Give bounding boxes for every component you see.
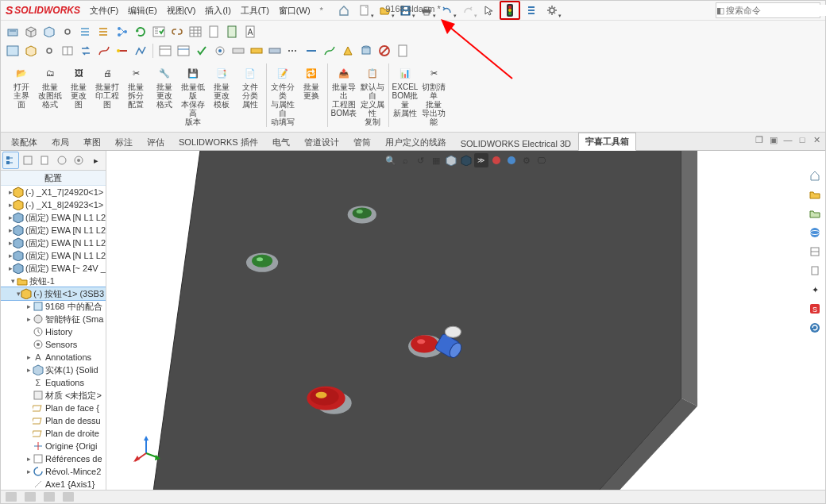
ribbon-btn-12[interactable]: 📋默认与自 定义属性 复制	[358, 62, 387, 129]
tb-stack-icon[interactable]	[95, 23, 113, 40]
ribbon-btn-0[interactable]: 📂打开 主界 面	[7, 62, 36, 111]
tb-asm-icon[interactable]	[4, 23, 21, 40]
ribbon-btn-8[interactable]: 📄文件 分类 属性	[236, 62, 264, 111]
tb-grid-icon[interactable]	[187, 23, 204, 40]
tb2-gear-icon[interactable]	[41, 42, 58, 60]
ribbon-btn-13[interactable]: 📊EXCEL BOM批量 新属性	[391, 62, 419, 120]
qat-home-icon[interactable]	[334, 2, 353, 19]
menu-tools[interactable]: 工具(T)	[236, 1, 274, 20]
search-input[interactable]	[724, 5, 826, 16]
ribbon-btn-9[interactable]: 📝文件分类 与属性自 动填写	[268, 62, 297, 129]
hud-screen-icon[interactable]: 🖵	[535, 153, 549, 167]
tree-node[interactable]: Plan de face {	[1, 402, 106, 414]
tree-node[interactable]: ▸(固定) EWA [N L1 L2 L	[1, 224, 106, 237]
tree-node[interactable]: Origine {Origi	[1, 440, 106, 452]
tree-node[interactable]: ▸智能特征 (Sma	[1, 313, 106, 325]
tree-twisty-icon[interactable]: ▸	[25, 455, 33, 463]
side-tab-more-icon[interactable]: ▸	[88, 152, 105, 169]
hud-expand-icon[interactable]: ≫	[474, 153, 488, 167]
search-box[interactable]: ◧ 🔍 ▾	[716, 2, 820, 18]
hud-prev-icon[interactable]: ↺	[414, 153, 428, 167]
tree-twisty-icon[interactable]: ▸	[25, 366, 33, 374]
tb2-box-icon[interactable]	[22, 42, 40, 60]
ribbon-btn-10[interactable]: 🔁批量 更换	[297, 62, 326, 102]
tb2-list1-icon[interactable]	[156, 42, 174, 60]
tb2-panel-icon[interactable]	[4, 42, 21, 60]
cm-tab-3[interactable]: 标注	[108, 133, 140, 151]
cm-tab-11[interactable]: 宇喜工具箱	[578, 133, 636, 151]
tree-node[interactable]: ▾按钮-1	[1, 275, 106, 287]
tree-node[interactable]: Axe1 {Axis1}	[1, 478, 106, 490]
tree-node[interactable]: ▸(固定) EWA [~ 24V _C	[1, 262, 106, 275]
tree-node[interactable]: ▸9168 中的配合	[1, 300, 106, 313]
tb-text-icon[interactable]: A	[241, 23, 259, 40]
cm-tab-9[interactable]: 用户定义的线路	[378, 133, 454, 151]
status-btn-4[interactable]	[63, 492, 74, 502]
tb2-prism-icon[interactable]	[339, 42, 357, 60]
tree-node[interactable]: Plan de droite	[1, 427, 106, 440]
tree-node[interactable]: 材质 <未指定>	[1, 389, 106, 402]
hud-appear-icon[interactable]	[504, 153, 519, 167]
side-tab-config-icon[interactable]	[20, 152, 37, 169]
tree-node[interactable]: ▸(-) _X1_8|24923<1> (I	[1, 198, 106, 211]
tb-tree-icon[interactable]	[114, 23, 131, 40]
cm-tab-10[interactable]: SOLIDWORKS Electrical 3D	[454, 136, 578, 151]
tb2-no-icon[interactable]	[376, 42, 393, 60]
tree-node[interactable]: Sensors	[1, 338, 106, 351]
cm-tab-4[interactable]: 评估	[140, 133, 172, 151]
cm-tab-1[interactable]: 布局	[44, 133, 76, 151]
tb-gear-icon[interactable]	[59, 23, 76, 40]
tree-twisty-icon[interactable]: ▾	[9, 277, 17, 285]
wnd-close-icon[interactable]: ✕	[811, 134, 822, 145]
tree-node[interactable]: ▸(固定) EWA [N L1 L2 L	[1, 211, 106, 224]
tree-node[interactable]: ▸Références de	[1, 452, 106, 465]
menu-edit[interactable]: 编辑(E)	[123, 1, 162, 20]
wnd-max-icon[interactable]: □	[797, 134, 808, 145]
tb2-seg2-icon[interactable]	[303, 42, 320, 60]
hud-zoomarea-icon[interactable]: ⌕	[399, 153, 413, 167]
ribbon-btn-14[interactable]: ✂切割清单 批量 导出功能	[419, 62, 448, 129]
tb2-route-icon[interactable]	[132, 42, 149, 60]
ribbon-btn-11[interactable]: 📤批量导出 工程图 BOM表	[330, 62, 358, 120]
tb-doc-icon[interactable]	[205, 23, 222, 40]
graphics-viewport[interactable]: 🔍 ⌕ ↺ ▦ ≫ ⚙ 🖵 ✦ S	[106, 151, 825, 490]
tb2-check-icon[interactable]	[193, 42, 210, 60]
hud-zoomfit-icon[interactable]: 🔍	[384, 153, 398, 167]
menu-overflow[interactable]: *	[315, 6, 328, 15]
tree-node[interactable]: ▸(-) _X1_7|24920<1> (I	[1, 186, 106, 198]
side-tab-tree-icon[interactable]	[2, 152, 19, 169]
menu-view[interactable]: 视图(V)	[162, 1, 201, 20]
menu-file[interactable]: 文件(F)	[85, 1, 123, 20]
ribbon-btn-1[interactable]: 🗂批量 改图纸 格式	[36, 62, 64, 111]
tree-node[interactable]: ▸(固定) EWA [N L1 L2 L	[1, 237, 106, 249]
tb-checked-icon[interactable]	[150, 23, 168, 40]
tb2-comp-icon[interactable]	[211, 42, 229, 60]
cm-tab-8[interactable]: 管筒	[346, 133, 378, 151]
tb2-wire2-icon[interactable]	[321, 42, 338, 60]
tb2-sheet-icon[interactable]	[394, 42, 411, 60]
wnd-restore-icon[interactable]: ❐	[754, 134, 765, 145]
hud-settings-icon[interactable]: ⚙	[519, 153, 534, 167]
menu-window[interactable]: 窗口(W)	[274, 1, 315, 20]
qat-new-icon[interactable]	[355, 2, 374, 19]
qat-options-icon[interactable]	[542, 2, 562, 19]
cm-tab-7[interactable]: 管道设计	[297, 133, 346, 151]
search-filter-icon[interactable]: ◧	[716, 6, 724, 16]
hud-section-icon[interactable]: ▦	[429, 153, 443, 167]
tb-refresh-icon[interactable]	[132, 23, 149, 40]
tree-node[interactable]: ▸实体(1) {Solid	[1, 364, 106, 376]
feature-tree[interactable]: ▸(-) _X1_7|24920<1> (I▸(-) _X1_8|24923<1…	[1, 186, 106, 490]
qat-trafficlight-icon[interactable]	[500, 1, 520, 20]
tree-node[interactable]: Plan de dessu	[1, 414, 106, 427]
tb2-list2-icon[interactable]	[175, 42, 192, 60]
hud-display-icon[interactable]	[459, 153, 473, 167]
tree-node[interactable]: ▸AAnnotations	[1, 351, 106, 364]
tb-layers-icon[interactable]	[77, 23, 95, 40]
tree-twisty-icon[interactable]: ▸	[25, 353, 33, 361]
cm-tab-0[interactable]: 装配体	[4, 133, 44, 151]
ribbon-btn-3[interactable]: 🖨批量打 印工程 图	[93, 62, 122, 111]
menu-insert[interactable]: 插入(I)	[200, 1, 235, 20]
cm-tab-5[interactable]: SOLIDWORKS 插件	[172, 133, 265, 151]
tb2-prop-icon[interactable]	[59, 42, 76, 60]
orientation-triad-icon[interactable]	[130, 434, 162, 466]
